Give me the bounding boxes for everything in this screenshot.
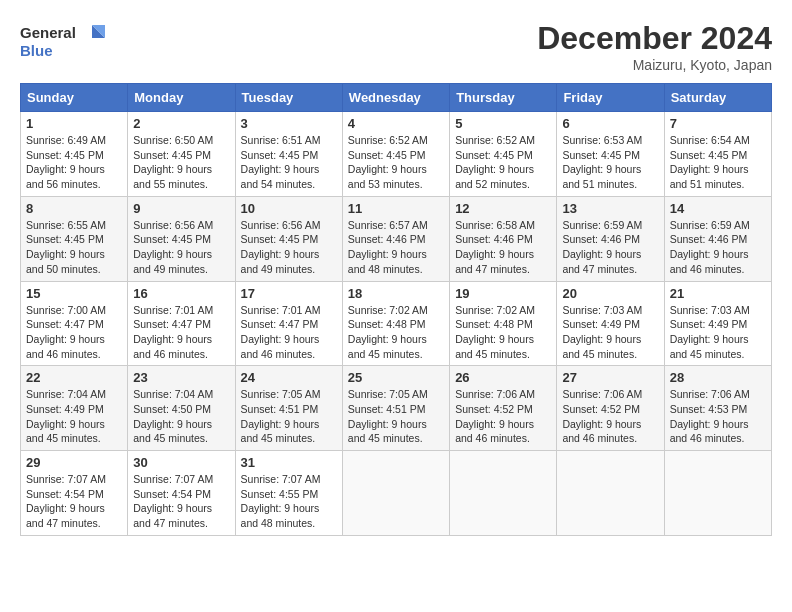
calendar-cell: 20Sunrise: 7:03 AMSunset: 4:49 PMDayligh… xyxy=(557,281,664,366)
weekday-header-saturday: Saturday xyxy=(664,84,771,112)
calendar-table: SundayMondayTuesdayWednesdayThursdayFrid… xyxy=(20,83,772,536)
calendar-cell: 31Sunrise: 7:07 AMSunset: 4:55 PMDayligh… xyxy=(235,451,342,536)
day-number: 18 xyxy=(348,286,444,301)
day-number: 11 xyxy=(348,201,444,216)
calendar-cell: 5Sunrise: 6:52 AMSunset: 4:45 PMDaylight… xyxy=(450,112,557,197)
day-number: 21 xyxy=(670,286,766,301)
calendar-cell: 27Sunrise: 7:06 AMSunset: 4:52 PMDayligh… xyxy=(557,366,664,451)
calendar-cell: 22Sunrise: 7:04 AMSunset: 4:49 PMDayligh… xyxy=(21,366,128,451)
calendar-week-4: 22Sunrise: 7:04 AMSunset: 4:49 PMDayligh… xyxy=(21,366,772,451)
day-info: Sunrise: 6:55 AMSunset: 4:45 PMDaylight:… xyxy=(26,218,122,277)
day-number: 3 xyxy=(241,116,337,131)
calendar-cell: 15Sunrise: 7:00 AMSunset: 4:47 PMDayligh… xyxy=(21,281,128,366)
day-info: Sunrise: 6:58 AMSunset: 4:46 PMDaylight:… xyxy=(455,218,551,277)
day-number: 29 xyxy=(26,455,122,470)
calendar-cell: 11Sunrise: 6:57 AMSunset: 4:46 PMDayligh… xyxy=(342,196,449,281)
calendar-cell: 12Sunrise: 6:58 AMSunset: 4:46 PMDayligh… xyxy=(450,196,557,281)
calendar-cell: 13Sunrise: 6:59 AMSunset: 4:46 PMDayligh… xyxy=(557,196,664,281)
weekday-header-friday: Friday xyxy=(557,84,664,112)
calendar-cell: 4Sunrise: 6:52 AMSunset: 4:45 PMDaylight… xyxy=(342,112,449,197)
calendar-week-3: 15Sunrise: 7:00 AMSunset: 4:47 PMDayligh… xyxy=(21,281,772,366)
month-title: December 2024 xyxy=(537,20,772,57)
day-info: Sunrise: 7:03 AMSunset: 4:49 PMDaylight:… xyxy=(562,303,658,362)
day-number: 5 xyxy=(455,116,551,131)
day-info: Sunrise: 7:04 AMSunset: 4:49 PMDaylight:… xyxy=(26,387,122,446)
weekday-header-tuesday: Tuesday xyxy=(235,84,342,112)
day-number: 6 xyxy=(562,116,658,131)
day-info: Sunrise: 7:05 AMSunset: 4:51 PMDaylight:… xyxy=(348,387,444,446)
day-info: Sunrise: 7:02 AMSunset: 4:48 PMDaylight:… xyxy=(348,303,444,362)
weekday-header-wednesday: Wednesday xyxy=(342,84,449,112)
day-number: 1 xyxy=(26,116,122,131)
calendar-header-row: SundayMondayTuesdayWednesdayThursdayFrid… xyxy=(21,84,772,112)
day-info: Sunrise: 7:04 AMSunset: 4:50 PMDaylight:… xyxy=(133,387,229,446)
calendar-cell: 26Sunrise: 7:06 AMSunset: 4:52 PMDayligh… xyxy=(450,366,557,451)
day-info: Sunrise: 6:50 AMSunset: 4:45 PMDaylight:… xyxy=(133,133,229,192)
calendar-cell: 23Sunrise: 7:04 AMSunset: 4:50 PMDayligh… xyxy=(128,366,235,451)
calendar-cell: 28Sunrise: 7:06 AMSunset: 4:53 PMDayligh… xyxy=(664,366,771,451)
day-info: Sunrise: 6:51 AMSunset: 4:45 PMDaylight:… xyxy=(241,133,337,192)
day-number: 25 xyxy=(348,370,444,385)
day-number: 22 xyxy=(26,370,122,385)
calendar-cell: 2Sunrise: 6:50 AMSunset: 4:45 PMDaylight… xyxy=(128,112,235,197)
day-info: Sunrise: 7:07 AMSunset: 4:54 PMDaylight:… xyxy=(26,472,122,531)
day-number: 17 xyxy=(241,286,337,301)
weekday-header-monday: Monday xyxy=(128,84,235,112)
day-info: Sunrise: 7:06 AMSunset: 4:52 PMDaylight:… xyxy=(562,387,658,446)
day-number: 27 xyxy=(562,370,658,385)
day-number: 14 xyxy=(670,201,766,216)
day-info: Sunrise: 6:57 AMSunset: 4:46 PMDaylight:… xyxy=(348,218,444,277)
calendar-cell xyxy=(342,451,449,536)
calendar-cell: 17Sunrise: 7:01 AMSunset: 4:47 PMDayligh… xyxy=(235,281,342,366)
day-info: Sunrise: 6:56 AMSunset: 4:45 PMDaylight:… xyxy=(133,218,229,277)
day-number: 31 xyxy=(241,455,337,470)
calendar-cell: 10Sunrise: 6:56 AMSunset: 4:45 PMDayligh… xyxy=(235,196,342,281)
day-number: 26 xyxy=(455,370,551,385)
day-number: 4 xyxy=(348,116,444,131)
calendar-cell: 14Sunrise: 6:59 AMSunset: 4:46 PMDayligh… xyxy=(664,196,771,281)
day-info: Sunrise: 6:49 AMSunset: 4:45 PMDaylight:… xyxy=(26,133,122,192)
calendar-cell: 30Sunrise: 7:07 AMSunset: 4:54 PMDayligh… xyxy=(128,451,235,536)
calendar-cell: 18Sunrise: 7:02 AMSunset: 4:48 PMDayligh… xyxy=(342,281,449,366)
calendar-cell xyxy=(450,451,557,536)
weekday-header-thursday: Thursday xyxy=(450,84,557,112)
svg-text:Blue: Blue xyxy=(20,42,53,59)
calendar-week-5: 29Sunrise: 7:07 AMSunset: 4:54 PMDayligh… xyxy=(21,451,772,536)
day-info: Sunrise: 7:06 AMSunset: 4:52 PMDaylight:… xyxy=(455,387,551,446)
day-number: 12 xyxy=(455,201,551,216)
calendar-cell: 21Sunrise: 7:03 AMSunset: 4:49 PMDayligh… xyxy=(664,281,771,366)
day-number: 19 xyxy=(455,286,551,301)
day-number: 30 xyxy=(133,455,229,470)
weekday-header-sunday: Sunday xyxy=(21,84,128,112)
calendar-cell: 29Sunrise: 7:07 AMSunset: 4:54 PMDayligh… xyxy=(21,451,128,536)
calendar-cell xyxy=(664,451,771,536)
day-info: Sunrise: 6:52 AMSunset: 4:45 PMDaylight:… xyxy=(348,133,444,192)
day-info: Sunrise: 7:07 AMSunset: 4:55 PMDaylight:… xyxy=(241,472,337,531)
day-info: Sunrise: 7:07 AMSunset: 4:54 PMDaylight:… xyxy=(133,472,229,531)
svg-text:General: General xyxy=(20,24,76,41)
logo: General Blue xyxy=(20,20,110,65)
day-number: 10 xyxy=(241,201,337,216)
day-info: Sunrise: 7:05 AMSunset: 4:51 PMDaylight:… xyxy=(241,387,337,446)
day-info: Sunrise: 6:56 AMSunset: 4:45 PMDaylight:… xyxy=(241,218,337,277)
title-block: December 2024 Maizuru, Kyoto, Japan xyxy=(537,20,772,73)
day-number: 23 xyxy=(133,370,229,385)
day-number: 2 xyxy=(133,116,229,131)
calendar-cell: 7Sunrise: 6:54 AMSunset: 4:45 PMDaylight… xyxy=(664,112,771,197)
location: Maizuru, Kyoto, Japan xyxy=(537,57,772,73)
day-number: 8 xyxy=(26,201,122,216)
calendar-cell xyxy=(557,451,664,536)
calendar-cell: 16Sunrise: 7:01 AMSunset: 4:47 PMDayligh… xyxy=(128,281,235,366)
calendar-cell: 8Sunrise: 6:55 AMSunset: 4:45 PMDaylight… xyxy=(21,196,128,281)
day-info: Sunrise: 7:02 AMSunset: 4:48 PMDaylight:… xyxy=(455,303,551,362)
calendar-week-2: 8Sunrise: 6:55 AMSunset: 4:45 PMDaylight… xyxy=(21,196,772,281)
day-number: 13 xyxy=(562,201,658,216)
day-info: Sunrise: 6:52 AMSunset: 4:45 PMDaylight:… xyxy=(455,133,551,192)
day-number: 24 xyxy=(241,370,337,385)
day-number: 16 xyxy=(133,286,229,301)
day-info: Sunrise: 7:03 AMSunset: 4:49 PMDaylight:… xyxy=(670,303,766,362)
day-info: Sunrise: 6:54 AMSunset: 4:45 PMDaylight:… xyxy=(670,133,766,192)
generalblue-logo: General Blue xyxy=(20,20,110,65)
calendar-cell: 1Sunrise: 6:49 AMSunset: 4:45 PMDaylight… xyxy=(21,112,128,197)
calendar-cell: 6Sunrise: 6:53 AMSunset: 4:45 PMDaylight… xyxy=(557,112,664,197)
